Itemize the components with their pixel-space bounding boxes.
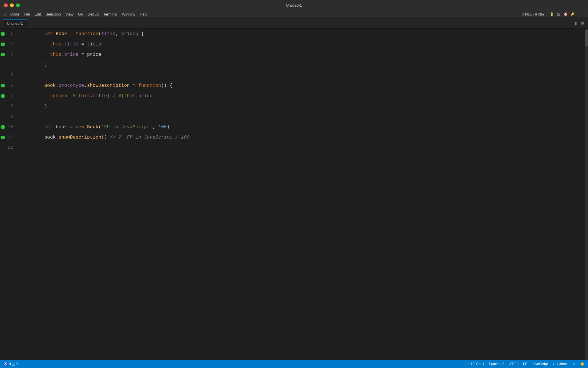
line-number-5: 5 bbox=[6, 70, 19, 80]
timing-indicator: ✓ 1.38ms bbox=[552, 362, 568, 366]
encoding[interactable]: UTF-8 bbox=[509, 362, 519, 366]
tabbar-actions: ◫ bbox=[574, 20, 584, 26]
close-button[interactable] bbox=[4, 3, 8, 7]
line-number-6: 6 bbox=[6, 80, 19, 91]
menu-view[interactable]: View bbox=[63, 12, 76, 17]
language-mode[interactable]: JavaScript bbox=[532, 362, 548, 366]
line-number-7: 7 bbox=[6, 91, 19, 101]
line-number-4: 4 bbox=[6, 60, 19, 70]
battery-icon: 🔋 bbox=[550, 12, 554, 16]
menu-help[interactable]: Help bbox=[138, 12, 150, 17]
breakpoint-11[interactable] bbox=[0, 136, 6, 139]
line-number-2: 2 bbox=[6, 39, 19, 49]
editor-container: 1 let Book = function(title, price) { 2 … bbox=[0, 29, 588, 360]
line-number-8: 8 bbox=[6, 101, 19, 112]
line-number-1: 1 bbox=[6, 29, 19, 39]
line-number-11: 11 bbox=[6, 132, 19, 143]
line-content-11: book.showDescription() // ? FP in JavaSc… bbox=[19, 122, 189, 153]
warning-icon: △ bbox=[12, 362, 15, 366]
menu-selection[interactable]: Selection bbox=[43, 12, 63, 17]
line-content-12 bbox=[19, 143, 24, 153]
error-number: 0 bbox=[9, 362, 11, 366]
breakpoint-3[interactable] bbox=[0, 53, 6, 56]
line-ending[interactable]: LF bbox=[523, 362, 527, 366]
breakpoint-10[interactable] bbox=[0, 125, 6, 129]
menubar-right: 0 KB/s ↑ 8 KB/s ↓ 🔋 ⌘ ⏰ 🔑 ⋯ ☰ bbox=[523, 12, 586, 17]
tabbar: Untitled-1 ◫ bbox=[0, 18, 588, 29]
maximize-button[interactable] bbox=[16, 3, 20, 7]
wifi-icon: ⌘ bbox=[557, 12, 561, 17]
editor-tab[interactable]: Untitled-1 bbox=[3, 19, 27, 27]
menu-terminal[interactable]: Terminal bbox=[101, 12, 119, 17]
notifications-icon[interactable]: 🔔 bbox=[580, 362, 585, 366]
breakpoint-6[interactable] bbox=[0, 84, 6, 87]
menu-file[interactable]: File bbox=[22, 12, 32, 17]
line-number-3: 3 bbox=[6, 49, 19, 60]
menu-window[interactable]: Window bbox=[120, 12, 138, 17]
statusbar: ♿ 0 △ 0 Ln 12, Col 1 Spaces: 2 UTF-8 LF … bbox=[0, 360, 588, 368]
window-controls bbox=[4, 3, 20, 7]
breakpoint-7[interactable] bbox=[0, 94, 6, 98]
network-status: 0 KB/s ↑ 8 KB/s ↓ bbox=[523, 13, 547, 16]
finder-icon: 🔑 bbox=[570, 12, 575, 16]
error-count[interactable]: ♿ 0 △ 0 bbox=[3, 362, 18, 366]
line-number-12: 12 bbox=[6, 143, 19, 153]
menu-go[interactable]: Go bbox=[76, 12, 85, 17]
cursor-position[interactable]: Ln 12, Col 1 bbox=[466, 362, 484, 366]
code-line-7: 7 return `${this.title} / ${this.price}` bbox=[0, 91, 585, 101]
titlebar: Untitled-1 bbox=[0, 0, 588, 11]
minimize-button[interactable] bbox=[10, 3, 14, 7]
apple-menu[interactable]:  bbox=[2, 12, 8, 17]
clock-icon: ⏰ bbox=[564, 12, 568, 16]
split-editor-icon[interactable]: ◫ bbox=[574, 20, 577, 26]
window-title: Untitled-1 bbox=[286, 3, 302, 7]
indentation[interactable]: Spaces: 2 bbox=[489, 362, 504, 366]
code-editor[interactable]: 1 let Book = function(title, price) { 2 … bbox=[0, 29, 585, 360]
menu-edit[interactable]: Edit bbox=[32, 12, 43, 17]
list-icon: ☰ bbox=[583, 12, 586, 16]
breakpoint-2[interactable] bbox=[0, 43, 6, 46]
code-line-11: 11 book.showDescription() // ? FP in Jav… bbox=[0, 132, 585, 143]
editor-status-dot bbox=[581, 22, 584, 25]
breakpoint-1[interactable] bbox=[0, 32, 6, 36]
scrollbar-thumb[interactable] bbox=[585, 29, 588, 47]
line-number-9: 9 bbox=[6, 112, 19, 122]
statusbar-left: ♿ 0 △ 0 bbox=[3, 362, 18, 366]
menubar:  Code File Edit Selection View Go Debug… bbox=[0, 11, 588, 18]
code-line-3: 3 this.price = price bbox=[0, 49, 585, 60]
menu-debug[interactable]: Debug bbox=[85, 12, 101, 17]
feedback-icon[interactable]: ☺ bbox=[572, 362, 576, 366]
error-icon: ♿ bbox=[3, 362, 8, 366]
line-number-10: 10 bbox=[6, 122, 19, 132]
more-icon: ⋯ bbox=[577, 12, 581, 16]
menu-code[interactable]: Code bbox=[8, 12, 22, 17]
statusbar-right: Ln 12, Col 1 Spaces: 2 UTF-8 LF JavaScri… bbox=[466, 362, 585, 366]
warning-number: 0 bbox=[16, 362, 18, 366]
editor-scrollbar[interactable] bbox=[585, 29, 588, 360]
